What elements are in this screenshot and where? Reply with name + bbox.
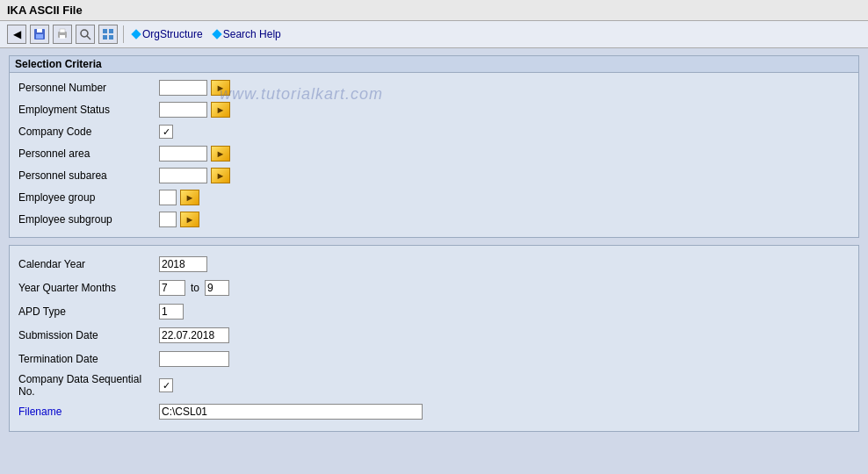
company-code-checkbox[interactable]: ✓ (159, 125, 173, 139)
selection-criteria-header: Selection Criteria (10, 56, 858, 73)
window-frame: IKA ASCII File ◀ OrgStructure Search Hel… (0, 0, 868, 446)
svg-rect-11 (109, 35, 113, 40)
save-icon[interactable] (30, 25, 49, 44)
personnel-number-input[interactable] (159, 80, 207, 96)
termination-date-label: Termination Date (18, 353, 159, 365)
apd-type-row: APD Type (18, 302, 850, 321)
svg-rect-10 (103, 35, 107, 40)
svg-point-6 (81, 30, 88, 37)
personnel-subarea-input[interactable] (159, 168, 207, 183)
company-data-seq-label: Company Data Sequential No. (18, 373, 159, 398)
employee-group-arrow-btn[interactable]: ► (180, 190, 199, 205)
selection-criteria-body: Personnel Number ► Employment Status ► C… (10, 73, 858, 237)
toolbar: ◀ OrgStructure Search Help (0, 21, 868, 48)
year-quarter-months-to-input[interactable] (205, 280, 229, 296)
filename-input[interactable] (159, 404, 423, 420)
company-code-row: Company Code ✓ (18, 122, 850, 141)
parameters-panel: Calendar Year Year Quarter Months to APD… (9, 245, 859, 432)
svg-rect-2 (36, 34, 43, 39)
personnel-number-arrow-btn[interactable]: ► (211, 80, 230, 96)
svg-rect-5 (60, 35, 65, 39)
employment-status-row: Employment Status ► (18, 100, 850, 119)
selection-criteria-panel: Selection Criteria Personnel Number ► Em… (9, 55, 859, 238)
calendar-year-row: Calendar Year (18, 255, 850, 274)
personnel-subarea-row: Personnel subarea ► (18, 166, 850, 185)
year-quarter-months-label: Year Quarter Months (18, 282, 159, 294)
parameters-body: Calendar Year Year Quarter Months to APD… (10, 246, 858, 431)
employment-status-label: Employment Status (18, 104, 159, 116)
calendar-year-label: Calendar Year (18, 258, 159, 270)
employee-group-label: Employee group (18, 191, 159, 204)
svg-line-7 (87, 36, 90, 40)
submission-date-row: Submission Date (18, 326, 850, 345)
apd-type-input[interactable] (159, 304, 184, 320)
search-help-label: Search Help (223, 28, 281, 40)
to-label: to (191, 282, 199, 294)
year-quarter-months-row: Year Quarter Months to (18, 278, 850, 298)
year-quarter-months-from-input[interactable] (159, 280, 185, 296)
submission-date-input[interactable] (159, 327, 229, 343)
grid-icon[interactable] (98, 25, 118, 44)
personnel-area-row: Personnel area ► (18, 144, 850, 163)
company-code-label: Company Code (18, 126, 159, 138)
org-structure-btn[interactable]: OrgStructure (129, 26, 206, 42)
search-help-diamond-icon (212, 29, 221, 39)
window-title: IKA ASCII File (7, 4, 83, 17)
employment-status-arrow-btn[interactable]: ► (211, 102, 230, 118)
employment-status-input[interactable] (159, 102, 207, 118)
employee-subgroup-arrow-btn[interactable]: ► (180, 212, 199, 227)
company-data-seq-checkbox[interactable]: ✓ (159, 378, 173, 392)
separator-1 (123, 25, 124, 43)
svg-rect-9 (109, 29, 113, 33)
personnel-number-label: Personnel Number (18, 82, 159, 94)
back-icon[interactable]: ◀ (7, 25, 26, 44)
termination-date-input[interactable] (159, 351, 229, 367)
employee-group-row: Employee group ► (18, 188, 850, 207)
personnel-number-row: Personnel Number ► (18, 78, 850, 97)
termination-date-row: Termination Date (18, 349, 850, 369)
filename-row: Filename (18, 402, 850, 421)
submission-date-label: Submission Date (18, 329, 159, 341)
print-icon[interactable] (53, 25, 72, 44)
personnel-subarea-label: Personnel subarea (18, 169, 159, 182)
calendar-year-input[interactable] (159, 256, 207, 272)
employee-subgroup-row: Employee subgroup ► (18, 210, 850, 229)
company-data-seq-row: Company Data Sequential No. ✓ (18, 373, 850, 398)
filename-label: Filename (18, 406, 159, 418)
employee-subgroup-input[interactable] (159, 212, 177, 227)
apd-type-label: APD Type (18, 305, 159, 318)
employee-group-input[interactable] (159, 190, 177, 205)
org-structure-label: OrgStructure (142, 28, 203, 40)
svg-rect-8 (103, 29, 107, 33)
employee-subgroup-label: Employee subgroup (18, 213, 159, 226)
personnel-subarea-arrow-btn[interactable]: ► (211, 168, 230, 183)
find-icon[interactable] (76, 25, 95, 44)
svg-rect-1 (37, 29, 42, 32)
personnel-area-arrow-btn[interactable]: ► (211, 146, 230, 162)
svg-rect-4 (60, 29, 65, 32)
personnel-area-label: Personnel area (18, 147, 159, 160)
search-help-btn[interactable]: Search Help (210, 26, 285, 42)
org-structure-diamond-icon (131, 29, 141, 39)
personnel-area-input[interactable] (159, 146, 207, 162)
main-content: www.tutorialkart.com Selection Criteria … (0, 48, 868, 446)
title-bar: IKA ASCII File (0, 0, 868, 21)
